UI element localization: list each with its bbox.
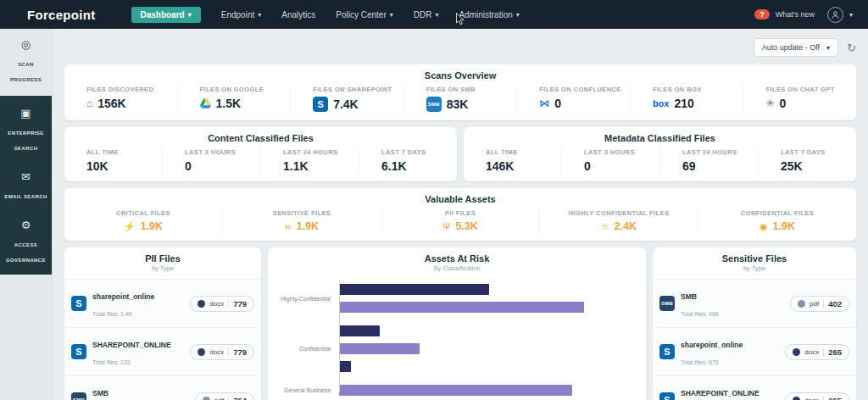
metric-value: 0 [554,97,561,110]
metric-last-7-days: LAST 7 DAYS 6.1K [359,147,457,175]
metric-value: 6.1K [381,159,407,173]
row-source: sharepoint_online [92,292,154,301]
box-icon: box [653,98,670,108]
nav-endpoint[interactable]: Endpoint ▾ [221,10,262,19]
metric-label: SENSITIVE FILES [223,209,381,217]
whats-new-link[interactable]: What's new [776,10,815,19]
sharepoint-icon: S [313,97,328,112]
sidebar-item-scan-progress[interactable]: ◎ SCAN PROGRESS [0,29,52,92]
row-total: Total files: 1.4K [92,311,132,317]
metric-label: FILES ON CONFLUENCE [539,86,630,93]
list-item[interactable]: S sharepoint_onlineTotal files: 675 docx… [653,327,856,375]
nav-policy-center[interactable]: Policy Center ▾ [336,10,392,19]
nav-label: Policy Center [336,10,386,19]
chart-category-label: Confidential [268,346,339,352]
metric-pii-files: PII FILES Ψ5.3K [381,208,539,234]
metric-label: FILES ON SMB [426,86,517,93]
metric-critical-files: CRITICAL FILES ⚡1.9K [64,208,222,234]
access-governance-icon: ⚙ [3,219,49,231]
metric-label: CRITICAL FILES [64,209,222,217]
chatgpt-icon: ✳ [765,97,774,109]
list-item[interactable]: S SHAREPOINT_ONLINETotal files: 85 docx2… [653,375,856,400]
sharepoint-icon: S [659,392,675,400]
row-source: SHAREPOINT_ONLINE [681,389,760,397]
profile-icon[interactable] [827,7,843,23]
sidebar-item-enterprise-search[interactable]: ▣ ENTERPRISE SEARCH [0,97,52,161]
auto-update-label: Auto update - Off [762,43,820,52]
list-item[interactable]: SMB SMBTotal files: 486 pdf402 [653,279,856,327]
metric-value: 1.9K [773,220,795,232]
list-item[interactable]: SMB SMBTotal files: 1.6K pdf764 [64,375,261,400]
type-dot-icon [198,300,205,308]
nav-administration[interactable]: Administration ▾ [459,10,519,19]
card-title: Valuable Assets [64,188,856,204]
metric-sensitive-files: SENSITIVE FILES ∞1.9K [222,208,381,234]
nav-label: Administration [459,10,512,19]
sidebar-item-email-search[interactable]: ✉ EMAIL SEARCH [0,161,52,209]
assets-at-risk-card: Assets At Risk By Classification Highly-… [268,247,646,400]
metric-label: FILES ON SHAREPOINT [313,86,403,93]
sidebar-item-label: ENTERPRISE SEARCH [8,131,43,151]
file-type: pdf [214,397,224,400]
sidebar-item-access-governance[interactable]: ⚙ ACCESS GOVERNANCE [0,209,52,273]
chart-bar [339,343,420,354]
metric-files-on-smb: FILES ON SMB SMB83K [403,85,517,114]
metric-label: HIGHLY CONFIDENTIAL FILES [540,209,698,217]
person-icon: Ψ [442,221,450,231]
metric-label: CONFIDENTIAL FILES [698,209,856,217]
chevron-down-icon[interactable]: ▾ [849,11,853,19]
chart-group: Confidential [268,325,627,372]
metric-label: LAST 24 HOURS [682,148,758,156]
key-icon: ∞ [285,221,292,231]
card-subtitle: by Type [64,264,261,272]
metric-label: FILES ON BOX [653,86,743,93]
list-item[interactable]: S sharepoint_onlineTotal files: 1.4K doc… [64,279,261,327]
row-source: SMB [92,389,108,397]
metric-last-3-hours: LAST 3 HOURS 0 [561,147,659,175]
chart-bar [339,302,584,313]
card-title: Scans Overview [64,64,856,81]
file-type: pdf [810,300,819,308]
auto-update-dropdown[interactable]: Auto update - Off ▾ [754,38,838,57]
metric-files-on-box: FILES ON BOX box210 [630,85,743,114]
row-total: Total files: 675 [681,359,719,365]
card-title: Metadata Classified Files [464,127,856,143]
nav-analytics[interactable]: Analytics [281,10,315,19]
brand-logo[interactable]: Forcepoint [27,8,96,22]
scans-overview-card: Scans Overview FILES DISCOVERED ⌂156K FI… [64,64,856,120]
file-count: 265 [828,347,842,357]
list-item[interactable]: S SHAREPOINT_ONLINETotal files: 233 docx… [64,327,261,375]
metric-all-time: ALL TIME 10K [64,147,162,175]
nav-ddr[interactable]: DDR ▾ [414,10,439,19]
metric-value: 25K [781,159,803,173]
scan-progress-icon: ◎ [3,38,49,51]
metric-label: LAST 3 HOURS [185,148,260,156]
metric-label: LAST 7 DAYS [781,148,856,156]
file-type-badge: docx265 [785,392,849,400]
metric-label: ALL TIME [486,148,561,156]
card-title: Content Classified Files [64,127,457,143]
content-classified-card: Content Classified Files ALL TIME 10K LA… [64,127,457,181]
chevron-down-icon: ▾ [188,11,192,19]
whats-new-badge[interactable]: ? [754,9,770,19]
valuable-assets-card: Valuable Assets CRITICAL FILES ⚡1.9K SEN… [64,188,856,241]
scans-metrics: FILES DISCOVERED ⌂156K FILES ON GOOGLE 1… [64,85,856,114]
chart-bar-group [339,325,627,372]
metric-label: LAST 3 HOURS [584,148,659,156]
mouse-cursor [456,13,465,25]
row-source: SMB [681,292,697,301]
file-count: 265 [828,396,842,400]
metric-files-on-google: FILES ON GOOGLE 1.5K [177,85,291,114]
row-total: Total files: 486 [681,311,719,317]
metric-last-24-hours: LAST 24 HOURS 1.1K [260,147,359,175]
chart-plot: Highly-ConfidentialConfidentialGeneral B… [268,272,646,396]
chart-title: Assets At Risk [268,247,646,264]
refresh-icon[interactable]: ↻ [847,42,856,54]
metric-value: 146K [486,159,514,173]
confluence-icon: ⋈ [539,97,549,109]
file-count: 779 [233,299,247,308]
file-type: docx [804,348,819,356]
type-dot-icon [203,397,210,400]
nav-dashboard[interactable]: Dashboard ▾ [131,7,201,23]
nav-label: Endpoint [221,10,254,19]
